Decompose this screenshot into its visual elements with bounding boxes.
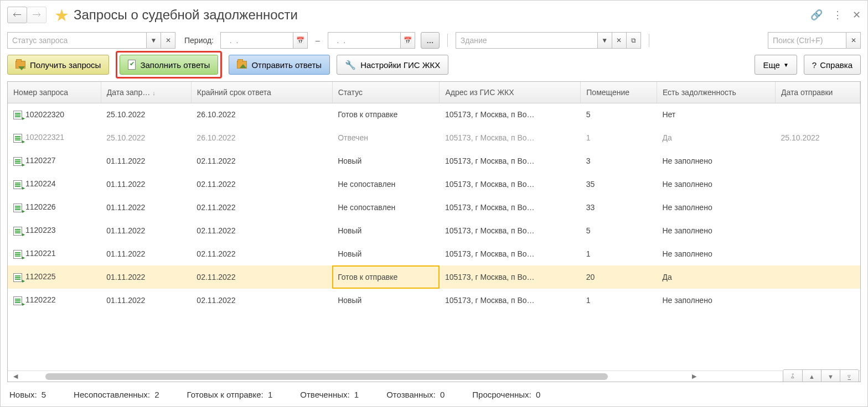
- col-room[interactable]: Помещение: [581, 82, 657, 103]
- cell-room[interactable]: 3: [581, 149, 657, 173]
- date-to-calendar-icon[interactable]: 📅: [400, 33, 415, 48]
- cell-date[interactable]: 01.11.2022: [101, 265, 191, 289]
- table-row[interactable]: 112022701.11.202202.11.2022Новый105173, …: [8, 149, 860, 173]
- get-requests-button[interactable]: Получить запросы: [7, 55, 109, 75]
- cell-dead[interactable]: 02.11.2022: [191, 242, 332, 265]
- cell-debt[interactable]: Не заполнено: [657, 149, 775, 173]
- cell-send[interactable]: [776, 289, 860, 312]
- cell-room[interactable]: 5: [581, 219, 657, 242]
- cell-debt[interactable]: Нет: [657, 103, 775, 126]
- table-row[interactable]: 112022501.11.202202.11.2022Готов к отпра…: [8, 265, 860, 289]
- date-to-input[interactable]: [328, 33, 400, 48]
- cell-debt[interactable]: Не заполнено: [657, 173, 775, 196]
- cell-room[interactable]: 5: [581, 103, 657, 126]
- date-from-input[interactable]: [221, 33, 293, 48]
- cell-num[interactable]: 102022320: [8, 103, 101, 126]
- cell-room[interactable]: 1: [581, 126, 657, 149]
- cell-send[interactable]: [776, 103, 860, 126]
- cell-send[interactable]: 25.10.2022: [776, 126, 860, 149]
- cell-addr[interactable]: 105173, г Москва, п Во…: [440, 149, 581, 173]
- cell-addr[interactable]: 105173, г Москва, п Во…: [440, 196, 581, 219]
- cell-send[interactable]: [776, 196, 860, 219]
- cell-dead[interactable]: 26.10.2022: [191, 103, 332, 126]
- cell-debt[interactable]: Не заполнено: [657, 219, 775, 242]
- cell-date[interactable]: 01.11.2022: [101, 242, 191, 265]
- cell-addr[interactable]: 105173, г Москва, п Во…: [440, 103, 581, 126]
- fill-answers-button[interactable]: Заполнить ответы: [120, 55, 218, 75]
- cell-send[interactable]: [776, 149, 860, 173]
- cell-dead[interactable]: 02.11.2022: [191, 265, 332, 289]
- cell-addr[interactable]: 105173, г Москва, п Во…: [440, 265, 581, 289]
- cell-num[interactable]: 102022321: [8, 126, 101, 149]
- link-icon[interactable]: 🔗: [810, 9, 823, 21]
- cell-send[interactable]: [776, 265, 860, 289]
- cell-dead[interactable]: 02.11.2022: [191, 196, 332, 219]
- cell-date[interactable]: 25.10.2022: [101, 126, 191, 149]
- hscroll-left-icon[interactable]: ◀: [10, 373, 21, 380]
- cell-dead[interactable]: 02.11.2022: [191, 173, 332, 196]
- nav-back-button[interactable]: 🡐: [7, 7, 27, 23]
- col-deadline[interactable]: Крайний срок ответа: [191, 82, 332, 103]
- cell-num[interactable]: 1120225: [8, 265, 101, 289]
- building-filter-input[interactable]: [456, 33, 597, 48]
- search-box[interactable]: ✕: [768, 32, 861, 49]
- cell-debt[interactable]: Да: [657, 126, 775, 149]
- kebab-menu-icon[interactable]: ⋮: [833, 9, 843, 21]
- table-row[interactable]: 112022201.11.202202.11.2022Новый105173, …: [8, 289, 860, 312]
- col-status[interactable]: Статус: [332, 82, 440, 103]
- table-row[interactable]: 112022601.11.202202.11.2022Не сопоставле…: [8, 196, 860, 219]
- date-from-field[interactable]: 📅: [220, 32, 308, 49]
- cell-room[interactable]: 1: [581, 289, 657, 312]
- nav-last-button[interactable]: ▿̲: [840, 370, 859, 383]
- date-from-calendar-icon[interactable]: 📅: [293, 33, 307, 48]
- cell-stat[interactable]: Новый: [332, 242, 440, 265]
- building-filter-clear-icon[interactable]: ✕: [612, 33, 626, 48]
- building-filter-dropdown-icon[interactable]: ▼: [597, 33, 612, 48]
- table-row[interactable]: 10202232025.10.202226.10.2022Готов к отп…: [8, 103, 860, 126]
- cell-addr[interactable]: 105173, г Москва, п Во…: [440, 242, 581, 265]
- cell-debt[interactable]: Да: [657, 265, 775, 289]
- horizontal-scrollbar[interactable]: ◀ ▶ ▵̄ ▲ ▼ ▿̲: [8, 371, 860, 382]
- table-row[interactable]: 112022301.11.202202.11.2022Новый105173, …: [8, 219, 860, 242]
- cell-addr[interactable]: 105173, г Москва, п Во…: [440, 219, 581, 242]
- cell-room[interactable]: 33: [581, 196, 657, 219]
- more-button[interactable]: Еще ▼: [755, 55, 797, 75]
- period-picker-button[interactable]: …: [421, 32, 440, 49]
- cell-addr[interactable]: 105173, г Москва, п Во…: [440, 289, 581, 312]
- nav-up-button[interactable]: ▲: [802, 370, 821, 383]
- col-send-date[interactable]: Дата отправки: [776, 82, 860, 103]
- status-filter[interactable]: ▼ ✕: [7, 32, 175, 49]
- cell-stat[interactable]: Новый: [332, 149, 440, 173]
- cell-num[interactable]: 1120227: [8, 149, 101, 173]
- status-filter-dropdown-icon[interactable]: ▼: [146, 33, 161, 48]
- date-to-field[interactable]: 📅: [328, 32, 415, 49]
- cell-num[interactable]: 1120221: [8, 242, 101, 265]
- status-filter-input[interactable]: [8, 33, 146, 48]
- search-clear-icon[interactable]: ✕: [846, 33, 860, 48]
- table-row[interactable]: 112022401.11.202202.11.2022Не сопоставле…: [8, 173, 860, 196]
- col-address[interactable]: Адрес из ГИС ЖКХ: [440, 82, 581, 103]
- building-filter[interactable]: ▼ ✕ ⧉: [456, 32, 641, 49]
- cell-stat[interactable]: Новый: [332, 219, 440, 242]
- col-request-number[interactable]: Номер запроса: [8, 82, 101, 103]
- nav-first-button[interactable]: ▵̄: [783, 370, 802, 383]
- cell-debt[interactable]: Не заполнено: [657, 289, 775, 312]
- cell-stat[interactable]: Новый: [332, 289, 440, 312]
- col-debt[interactable]: Есть задолженность: [657, 82, 775, 103]
- cell-dead[interactable]: 02.11.2022: [191, 149, 332, 173]
- cell-date[interactable]: 01.11.2022: [101, 219, 191, 242]
- cell-send[interactable]: [776, 219, 860, 242]
- cell-send[interactable]: [776, 242, 860, 265]
- building-filter-open-icon[interactable]: ⧉: [626, 33, 640, 48]
- cell-num[interactable]: 1120224: [8, 173, 101, 196]
- nav-down-button[interactable]: ▼: [821, 370, 840, 383]
- status-filter-clear-icon[interactable]: ✕: [161, 33, 175, 48]
- cell-dead[interactable]: 02.11.2022: [191, 219, 332, 242]
- send-answers-button[interactable]: Отправить ответы: [229, 55, 330, 75]
- cell-stat[interactable]: Не сопоставлен: [332, 173, 440, 196]
- cell-addr[interactable]: 105173, г Москва, п Во…: [440, 173, 581, 196]
- cell-room[interactable]: 35: [581, 173, 657, 196]
- cell-num[interactable]: 1120226: [8, 196, 101, 219]
- cell-stat[interactable]: Отвечен: [332, 126, 440, 149]
- cell-stat[interactable]: Не сопоставлен: [332, 196, 440, 219]
